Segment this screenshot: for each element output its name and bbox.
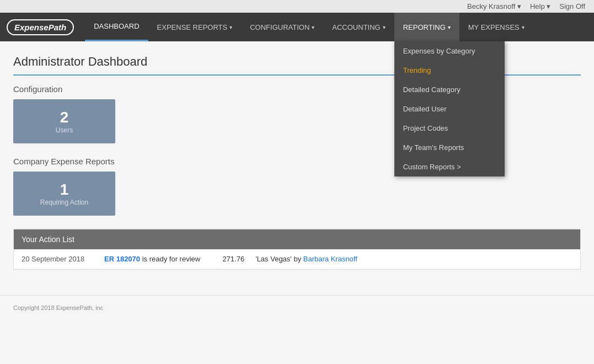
nav-item-reporting[interactable]: REPORTING ▾ Expenses by Category Trendin… <box>394 13 459 41</box>
nav-label-accounting: ACCOUNTING <box>332 23 380 31</box>
action-list-row: 20 September 2018 ER 182070 is ready for… <box>14 249 580 269</box>
top-bar: Becky Krasnoff ▾ Help ▾ Sign Off <box>0 0 594 13</box>
main-content: Administrator Dashboard Configuration 2 … <box>0 41 594 295</box>
nav-item-accounting[interactable]: ACCOUNTING ▾ <box>323 13 394 41</box>
logo-text: ExpensePath <box>14 23 66 32</box>
action-list: Your Action List 20 September 2018 ER 18… <box>13 229 581 270</box>
nav-label-my-expenses: MY EXPENSES <box>468 23 520 31</box>
action-amount: 271.76 <box>211 255 244 263</box>
action-date: 20 September 2018 <box>22 255 93 263</box>
action-person-link[interactable]: Barbara Krasnoff <box>303 255 357 263</box>
nav-label-dashboard: DASHBOARD <box>94 22 139 30</box>
action-description-text: 'Las Vegas' by Barbara Krasnoff <box>255 255 357 263</box>
reporting-dropdown: Expenses by Category Trending Detailed C… <box>394 41 505 176</box>
menu-item-detailed-category[interactable]: Detailed Category <box>394 80 505 99</box>
requiring-action-count: 1 <box>60 181 69 199</box>
nav-label-reporting: REPORTING <box>403 23 446 31</box>
logo[interactable]: ExpensePath <box>7 19 74 35</box>
footer: Copyright 2018 ExpensePath, inc <box>0 295 594 320</box>
menu-item-detailed-user[interactable]: Detailed User <box>394 99 505 119</box>
users-stat-box: 2 Users <box>13 99 115 143</box>
nav-items: DASHBOARD EXPENSE REPORTS ▾ CONFIGURATIO… <box>85 13 533 41</box>
action-description: 'Las Vegas' by Barbara Krasnoff <box>255 255 357 263</box>
users-label: Users <box>56 126 73 134</box>
action-list-header: Your Action List <box>14 229 580 249</box>
navbar: ExpensePath DASHBOARD EXPENSE REPORTS ▾ … <box>0 13 594 41</box>
user-menu[interactable]: Becky Krasnoff ▾ <box>467 2 521 10</box>
nav-item-configuration[interactable]: CONFIGURATION ▾ <box>241 13 323 41</box>
user-caret-icon: ▾ <box>517 2 521 10</box>
menu-item-trending[interactable]: Trending <box>394 61 505 80</box>
users-count: 2 <box>60 109 69 126</box>
expense-reports-caret-icon: ▾ <box>229 24 232 30</box>
my-expenses-caret-icon: ▾ <box>522 24 525 30</box>
requiring-action-label: Requiring Action <box>40 199 88 206</box>
menu-item-expenses-by-category[interactable]: Expenses by Category <box>394 41 505 61</box>
action-er-link[interactable]: ER 182070 <box>104 255 140 263</box>
requiring-action-stat-box: 1 Requiring Action <box>13 172 115 216</box>
signoff-button[interactable]: Sign Off <box>559 2 585 10</box>
menu-item-custom-reports[interactable]: Custom Reports > <box>394 157 505 176</box>
accounting-caret-icon: ▾ <box>383 24 386 30</box>
menu-item-project-codes[interactable]: Project Codes <box>394 119 505 138</box>
help-caret-icon: ▾ <box>547 2 550 10</box>
footer-text: Copyright 2018 ExpensePath, inc <box>13 304 103 311</box>
menu-item-my-teams-reports[interactable]: My Team's Reports <box>394 138 505 157</box>
action-er-info: ER 182070 is ready for review <box>104 255 200 263</box>
reporting-caret-icon: ▾ <box>448 24 451 30</box>
help-menu[interactable]: Help ▾ <box>530 2 550 10</box>
help-label: Help <box>530 2 545 10</box>
action-er-text: is ready for review <box>140 255 200 263</box>
nav-label-expense-reports: EXPENSE REPORTS <box>157 23 228 31</box>
nav-label-configuration: CONFIGURATION <box>250 23 309 31</box>
nav-item-dashboard[interactable]: DASHBOARD <box>85 13 148 41</box>
configuration-caret-icon: ▾ <box>312 24 314 30</box>
user-name: Becky Krasnoff <box>467 2 515 10</box>
nav-item-expense-reports[interactable]: EXPENSE REPORTS ▾ <box>148 13 242 41</box>
nav-item-my-expenses[interactable]: MY EXPENSES ▾ <box>459 13 533 41</box>
